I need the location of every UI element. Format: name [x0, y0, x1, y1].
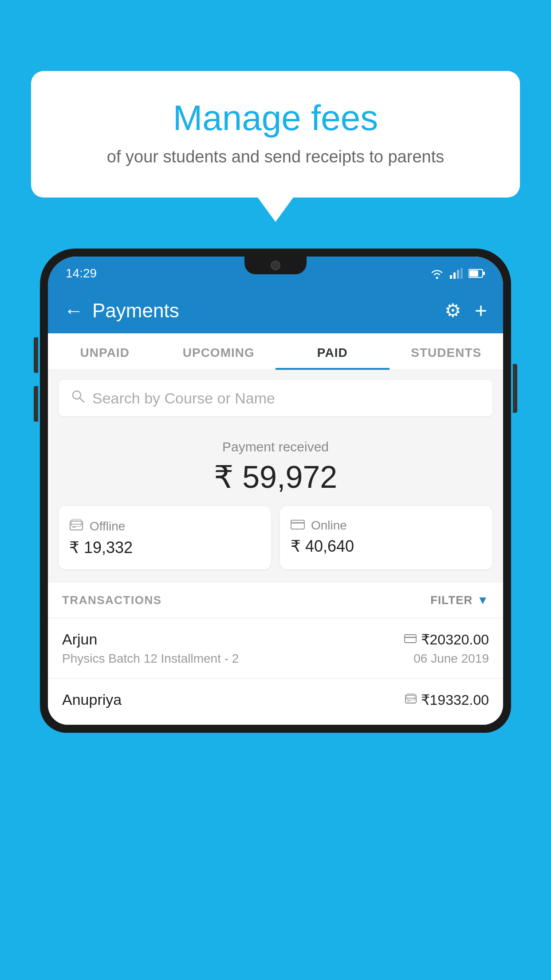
online-icon [291, 518, 305, 533]
back-button[interactable]: ← [64, 301, 83, 320]
tab-paid[interactable]: PAID [276, 333, 390, 370]
online-amount: ₹ 40,640 [291, 537, 482, 556]
volume-up-button [34, 337, 38, 373]
svg-rect-13 [72, 526, 76, 528]
speech-bubble-container: Manage fees of your students and send re… [31, 71, 520, 222]
tabs-container: UNPAID UPCOMING PAID STUDENTS [48, 333, 503, 370]
svg-rect-19 [407, 694, 415, 700]
svg-rect-16 [405, 635, 416, 643]
svg-rect-3 [457, 270, 459, 279]
svg-rect-4 [460, 268, 463, 279]
transaction-bottom-1: Physics Batch 12 Installment - 2 06 June… [62, 652, 489, 666]
wifi-icon [429, 268, 445, 279]
svg-rect-11 [71, 519, 81, 526]
svg-rect-1 [450, 275, 452, 279]
svg-rect-21 [407, 700, 410, 702]
speech-bubble-arrow [258, 198, 293, 222]
transaction-name-2: Anupriya [62, 691, 122, 708]
tab-unpaid[interactable]: UNPAID [48, 333, 162, 370]
search-container: Search by Course or Name [48, 370, 503, 426]
online-header: Online [291, 518, 482, 533]
payment-cards: Offline ₹ 19,332 [59, 506, 492, 569]
offline-header: Offline [69, 518, 260, 534]
transaction-amount-wrap-1: ₹20320.00 [404, 631, 489, 648]
svg-rect-7 [469, 270, 478, 277]
settings-button[interactable]: ⚙ [445, 300, 461, 321]
transaction-amount-1: ₹20320.00 [421, 631, 489, 648]
phone: 14:29 [40, 249, 511, 980]
offline-amount: ₹ 19,332 [69, 538, 260, 557]
transaction-amount-2: ₹19332.00 [421, 692, 489, 708]
phone-notch [244, 257, 307, 274]
filter-label: FILTER [430, 593, 472, 607]
header-left: ← Payments [64, 300, 179, 322]
svg-rect-14 [291, 520, 304, 529]
transaction-type-icon-1 [404, 634, 417, 645]
search-bar[interactable]: Search by Course or Name [59, 380, 492, 416]
front-camera [271, 261, 280, 270]
transaction-row[interactable]: Arjun ₹20320.00 Physics [48, 618, 503, 679]
offline-icon [69, 518, 83, 534]
transaction-amount-wrap-2: ₹19332.00 [405, 692, 489, 708]
transactions-label: TRANSACTIONS [62, 593, 162, 607]
filter-icon: ▼ [477, 593, 489, 607]
svg-point-0 [436, 277, 438, 279]
transactions-header: TRANSACTIONS FILTER ▼ [48, 583, 503, 618]
add-button[interactable]: + [475, 298, 487, 323]
transaction-top-2: Anupriya ₹19332.00 [62, 691, 489, 708]
online-payment-card: Online ₹ 40,640 [280, 506, 492, 569]
transaction-type-icon-2 [405, 693, 417, 707]
search-input[interactable]: Search by Course or Name [92, 390, 275, 407]
payment-summary: Payment received ₹ 59,972 [48, 426, 503, 583]
offline-label: Offline [90, 519, 125, 533]
filter-button[interactable]: FILTER ▼ [430, 593, 489, 607]
transaction-top-1: Arjun ₹20320.00 [62, 631, 489, 648]
bubble-subtitle: of your students and send receipts to pa… [67, 147, 484, 166]
search-icon [71, 389, 85, 407]
speech-bubble: Manage fees of your students and send re… [31, 71, 520, 198]
power-button [513, 364, 517, 413]
payment-label: Payment received [59, 439, 492, 454]
transaction-name-1: Arjun [62, 631, 97, 648]
transaction-date-1: 06 June 2019 [413, 652, 489, 666]
battery-icon [468, 269, 485, 278]
svg-line-9 [79, 398, 84, 402]
bubble-title: Manage fees [67, 98, 484, 138]
phone-screen: 14:29 [48, 257, 503, 725]
volume-down-button [34, 386, 38, 422]
svg-rect-2 [453, 273, 456, 279]
status-icons [429, 268, 485, 279]
status-time: 14:29 [66, 266, 97, 281]
transaction-course-1: Physics Batch 12 Installment - 2 [62, 652, 239, 666]
payment-total-amount: ₹ 59,972 [59, 459, 492, 495]
transaction-row[interactable]: Anupriya ₹19332.00 [48, 679, 503, 725]
svg-rect-10 [70, 521, 83, 530]
header-right: ⚙ + [445, 298, 487, 323]
tab-students[interactable]: STUDENTS [390, 333, 504, 370]
svg-rect-6 [483, 272, 485, 275]
signal-icon [450, 268, 463, 279]
phone-outer: 14:29 [40, 249, 511, 733]
page-title: Payments [92, 300, 179, 322]
offline-payment-card: Offline ₹ 19,332 [59, 506, 271, 569]
online-label: Online [311, 518, 347, 533]
app-header: ← Payments ⚙ + [48, 288, 503, 333]
tab-upcoming[interactable]: UPCOMING [162, 333, 276, 370]
